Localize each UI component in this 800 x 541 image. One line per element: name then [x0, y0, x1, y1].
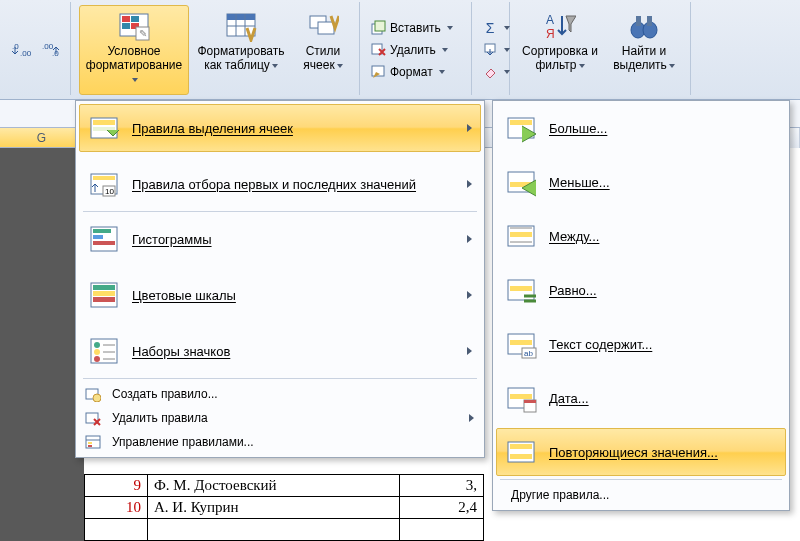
col-header-G[interactable]: G [0, 128, 84, 147]
menu-manage-rules[interactable]: Управление правилами... [79, 430, 481, 454]
menu-label: Управление правилами... [112, 435, 474, 449]
conditional-formatting-icon: ✎ [118, 10, 150, 42]
svg-rect-42 [93, 291, 115, 296]
fill-button[interactable] [480, 41, 512, 59]
submenu-arrow-icon [467, 180, 472, 188]
menu-label: Дата... [549, 391, 589, 406]
cell-styles-button[interactable]: Стили ячеек [293, 5, 353, 95]
submenu-arrow-icon [467, 347, 472, 355]
svg-text:ab: ab [524, 349, 533, 358]
menu-greater-than[interactable]: Больше... [496, 104, 786, 152]
duplicate-values-icon [505, 435, 539, 469]
svg-rect-6 [131, 16, 139, 22]
menu-label: Больше... [549, 121, 607, 136]
submenu-arrow-icon [467, 124, 472, 132]
chevron-down-icon [579, 64, 585, 68]
menu-duplicate-values[interactable]: Повторяющиеся значения... [496, 428, 786, 476]
decrease-decimal-button[interactable]: .00.0 [40, 37, 64, 61]
insert-icon [370, 20, 386, 36]
chevron-down-icon [669, 64, 675, 68]
author-name: А. И. Куприн [148, 497, 400, 519]
insert-button[interactable]: Вставить [368, 19, 455, 37]
editing-group: АЯ Сортировка и фильтр Найти и выделить [512, 2, 691, 95]
data-table: 9 Ф. М. Достоевский 3, 10 А. И. Куприн 2… [84, 474, 484, 541]
svg-rect-19 [375, 21, 385, 31]
menu-separator [500, 479, 782, 480]
menu-less-than[interactable]: Меньше... [496, 158, 786, 206]
menu-label: Правила отбора первых и последних значен… [132, 177, 416, 192]
svg-point-52 [93, 394, 101, 402]
find-select-button[interactable]: Найти и выделить [604, 5, 684, 95]
menu-new-rule[interactable]: Создать правило... [79, 382, 481, 406]
sort-filter-icon: АЯ [544, 10, 576, 42]
table-row[interactable]: 9 Ф. М. Достоевский 3, [85, 475, 484, 497]
submenu-arrow-icon [469, 414, 474, 422]
menu-label: Другие правила... [511, 488, 779, 502]
sort-filter-button[interactable]: АЯ Сортировка и фильтр [518, 5, 602, 95]
svg-rect-59 [510, 120, 532, 125]
format-label: Формат [390, 65, 433, 79]
svg-rect-37 [93, 229, 111, 233]
menu-label: Между... [549, 229, 599, 244]
menu-data-bars[interactable]: Гистограммы [79, 215, 481, 263]
svg-rect-56 [88, 442, 92, 444]
svg-rect-5 [122, 16, 130, 22]
conditional-formatting-label: Условное форматирование [86, 44, 182, 72]
cell-styles-icon [307, 10, 339, 42]
menu-top-bottom-rules[interactable]: 10 Правила отбора первых и последних зна… [79, 160, 481, 208]
svg-rect-75 [510, 394, 532, 399]
between-icon [505, 219, 539, 253]
menu-between[interactable]: Между... [496, 212, 786, 260]
conditional-formatting-menu: Правила выделения ячеек 10 Правила отбор… [75, 100, 485, 458]
menu-separator [83, 378, 477, 379]
cell-styles-label: Стили ячеек [303, 44, 340, 72]
submenu-arrow-icon [467, 235, 472, 243]
clear-button[interactable] [480, 63, 512, 81]
equal-icon [505, 273, 539, 307]
menu-icon-sets[interactable]: Наборы значков [79, 327, 481, 375]
clear-rules-icon [84, 409, 102, 427]
menu-color-scales[interactable]: Цветовые шкалы [79, 271, 481, 319]
less-than-icon [505, 165, 539, 199]
table-row[interactable] [85, 519, 484, 541]
svg-text:А: А [546, 13, 554, 27]
menu-highlight-cell-rules[interactable]: Правила выделения ячеек [79, 104, 481, 152]
svg-point-47 [94, 356, 100, 362]
svg-rect-17 [318, 22, 334, 34]
row-number: 10 [85, 497, 148, 519]
menu-label: Цветовые шкалы [132, 288, 236, 303]
date-icon [505, 381, 539, 415]
format-as-table-button[interactable]: Форматировать как таблицу [191, 5, 291, 95]
menu-equal-to[interactable]: Равно... [496, 266, 786, 314]
menu-clear-rules[interactable]: Удалить правила [79, 406, 481, 430]
conditional-formatting-button[interactable]: ✎ Условное форматирование [79, 5, 189, 95]
svg-rect-71 [510, 340, 532, 345]
format-button[interactable]: Формат [368, 63, 447, 81]
svg-rect-33 [93, 176, 115, 180]
row-number: 9 [85, 475, 148, 497]
svg-point-46 [94, 349, 100, 355]
table-row[interactable]: 10 А. И. Куприн 2,4 [85, 497, 484, 519]
svg-rect-63 [510, 232, 532, 237]
svg-text:10: 10 [105, 187, 114, 196]
ribbon: .0.00 .00.0 ✎ Условное форматирование [0, 0, 800, 100]
menu-more-rules[interactable]: Другие правила... [496, 483, 786, 507]
row-number [85, 519, 148, 541]
menu-label: Правила выделения ячеек [132, 121, 293, 136]
chevron-down-icon [272, 64, 278, 68]
menu-text-contains[interactable]: ab Текст содержит... [496, 320, 786, 368]
author-name: Ф. М. Достоевский [148, 475, 400, 497]
svg-rect-39 [93, 241, 115, 245]
increase-decimal-button[interactable]: .0.00 [10, 37, 34, 61]
styles-group: ✎ Условное форматирование Форматировать … [73, 2, 360, 95]
delete-button[interactable]: Удалить [368, 41, 450, 59]
svg-rect-28 [647, 16, 652, 26]
svg-text:.00: .00 [20, 49, 32, 58]
row-value: 2,4 [400, 497, 484, 519]
binoculars-icon [628, 10, 660, 42]
menu-label: Гистограммы [132, 232, 212, 247]
autosum-button[interactable]: Σ [480, 19, 512, 37]
menu-date-occurring[interactable]: Дата... [496, 374, 786, 422]
color-scales-icon [88, 278, 122, 312]
menu-label: Создать правило... [112, 387, 474, 401]
